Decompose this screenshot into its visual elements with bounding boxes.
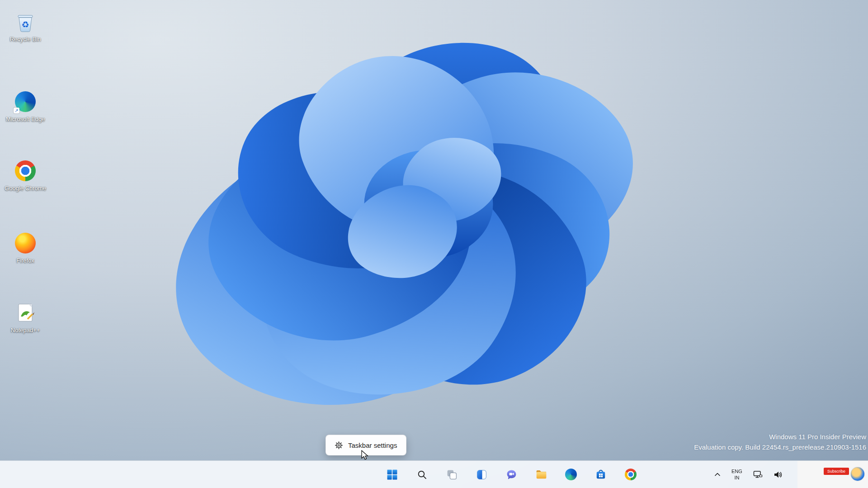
chrome-icon xyxy=(15,160,36,181)
chevron-up-icon xyxy=(714,472,721,477)
mouse-cursor xyxy=(361,450,370,461)
edge-icon xyxy=(565,469,577,480)
network-icon xyxy=(753,470,763,479)
desktop-wallpaper xyxy=(0,0,868,488)
desktop-icon-recycle-bin[interactable]: ♻ Recycle Bin xyxy=(4,10,47,43)
search-icon xyxy=(417,469,427,480)
firefox-icon xyxy=(15,233,36,253)
gear-icon xyxy=(335,441,343,449)
start-button[interactable] xyxy=(382,465,402,484)
microsoft-store-icon xyxy=(595,469,607,480)
system-tray: ENG IN xyxy=(712,461,784,488)
channel-avatar xyxy=(851,467,864,481)
network-tray-button[interactable] xyxy=(751,469,764,480)
volume-tray-button[interactable] xyxy=(772,469,784,480)
desktop-icon-label: Firefox xyxy=(16,257,34,264)
file-explorer-icon xyxy=(535,469,547,480)
watermark-line1: Windows 11 Pro Insider Preview xyxy=(694,432,866,442)
file-explorer-button[interactable] xyxy=(531,465,551,484)
search-button[interactable] xyxy=(412,465,432,484)
desktop-icon-label: Google Chrome xyxy=(5,185,46,192)
speaker-icon xyxy=(774,471,782,479)
chrome-taskbar-button[interactable] xyxy=(621,465,641,484)
language-line2: IN xyxy=(731,474,742,481)
widgets-icon xyxy=(476,469,487,480)
menu-item-label: Taskbar settings xyxy=(348,441,397,449)
shortcut-arrow-icon: ↗ xyxy=(14,108,19,113)
desktop-icon-firefox[interactable]: Firefox xyxy=(4,231,47,264)
desktop-icon-microsoft-edge[interactable]: ↗ Microsoft Edge xyxy=(4,90,47,123)
subscribe-button[interactable]: Subscribe xyxy=(824,468,849,475)
desktop-icon-label: Recycle Bin xyxy=(10,36,41,43)
tray-chevron-button[interactable] xyxy=(712,470,722,479)
task-view-button[interactable] xyxy=(442,465,462,484)
taskbar-app-buttons xyxy=(382,461,641,488)
desktop-icon-label: Microsoft Edge xyxy=(6,116,45,123)
chat-icon xyxy=(506,469,517,480)
chat-button[interactable] xyxy=(501,465,521,484)
task-view-icon xyxy=(446,469,458,480)
taskbar: ENG IN Subscr xyxy=(0,460,868,488)
insider-watermark: Windows 11 Pro Insider Preview Evaluatio… xyxy=(694,432,866,452)
recycle-bin-icon: ♻ xyxy=(14,11,36,33)
microsoft-store-button[interactable] xyxy=(591,465,611,484)
desktop-icon-notepad-plus-plus[interactable]: Notepad++ xyxy=(4,301,47,334)
chrome-icon xyxy=(625,469,637,480)
windows-logo-icon xyxy=(387,469,398,480)
svg-text:♻: ♻ xyxy=(21,20,29,29)
language-indicator[interactable]: ENG IN xyxy=(730,466,744,483)
notepad-plus-plus-icon xyxy=(15,302,36,323)
edge-taskbar-button[interactable] xyxy=(561,465,581,484)
video-watermark-overlay: Subscribe xyxy=(797,461,868,488)
language-line1: ENG xyxy=(731,468,742,474)
bloom-wallpaper-art xyxy=(0,0,868,488)
desktop-icon-google-chrome[interactable]: Google Chrome xyxy=(4,159,47,192)
widgets-button[interactable] xyxy=(472,465,491,484)
desktop-icon-label: Notepad++ xyxy=(11,327,40,334)
watermark-line2: Evaluation copy. Build 22454.rs_prerelea… xyxy=(694,442,866,453)
